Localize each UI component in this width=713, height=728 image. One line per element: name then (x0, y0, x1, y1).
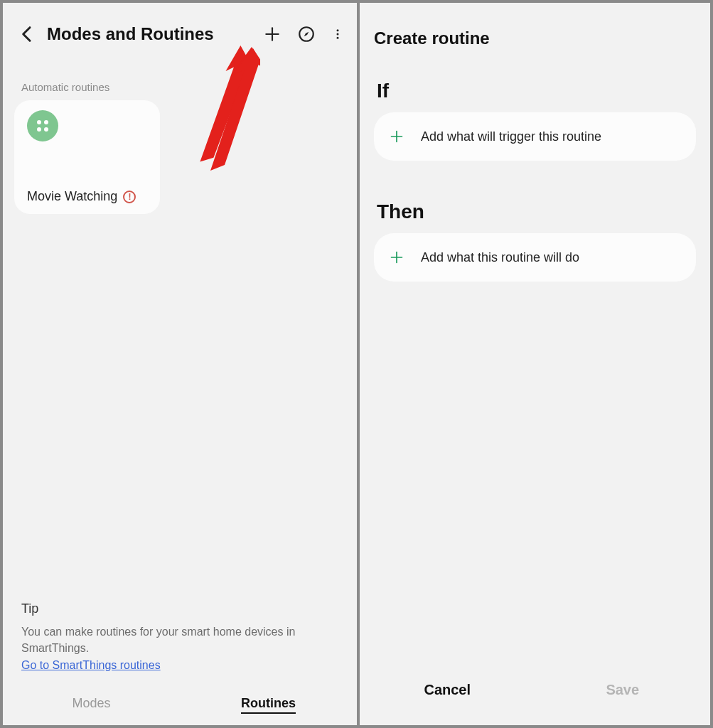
create-routine-screen: Create routine If Add what will trigger … (360, 3, 710, 725)
section-label-automatic: Automatic routines (3, 53, 357, 100)
back-button[interactable] (16, 23, 38, 46)
routines-grid: Movie Watching ! (3, 100, 357, 214)
cancel-button[interactable]: Cancel (360, 672, 535, 708)
plus-icon (390, 129, 404, 144)
svg-marker-3 (304, 32, 309, 37)
tip-heading: Tip (21, 601, 338, 616)
header-actions (263, 25, 344, 43)
warning-icon: ! (123, 191, 136, 203)
smartthings-link[interactable]: Go to SmartThings routines (21, 659, 161, 671)
svg-point-4 (337, 29, 339, 31)
svg-point-5 (337, 33, 339, 36)
then-heading: Then (374, 200, 696, 223)
header: Modes and Routines (3, 3, 357, 53)
svg-point-6 (337, 37, 339, 39)
routine-app-icon (27, 110, 58, 141)
create-routine-content: Create routine If Add what will trigger … (360, 3, 710, 321)
routine-name-row: Movie Watching ! (27, 189, 147, 204)
add-routine-button[interactable] (263, 25, 282, 43)
add-trigger-row[interactable]: Add what will trigger this routine (374, 112, 696, 161)
routine-card[interactable]: Movie Watching ! (14, 100, 160, 214)
if-heading: If (374, 80, 696, 102)
tip-block: Tip You can make routines for your smart… (3, 601, 357, 687)
add-trigger-label: Add what will trigger this routine (421, 129, 601, 144)
add-action-row[interactable]: Add what this routine will do (374, 233, 696, 282)
bottom-tabs: Modes Routines (3, 687, 357, 725)
plus-icon (390, 250, 404, 264)
tab-modes[interactable]: Modes (3, 696, 180, 711)
save-button: Save (535, 672, 711, 708)
routines-list-screen: Modes and Routines Automatic routines (3, 3, 357, 725)
page-title: Modes and Routines (47, 24, 254, 44)
tip-body: You can make routines for your smart hom… (21, 623, 338, 656)
create-routine-title: Create routine (374, 28, 696, 48)
add-action-label: Add what this routine will do (421, 250, 579, 265)
discover-icon[interactable] (297, 25, 316, 43)
tab-routines[interactable]: Routines (180, 696, 357, 711)
bottom-action-bar: Cancel Save (360, 672, 710, 725)
routine-name: Movie Watching (27, 189, 117, 204)
more-options-icon[interactable] (331, 25, 344, 43)
